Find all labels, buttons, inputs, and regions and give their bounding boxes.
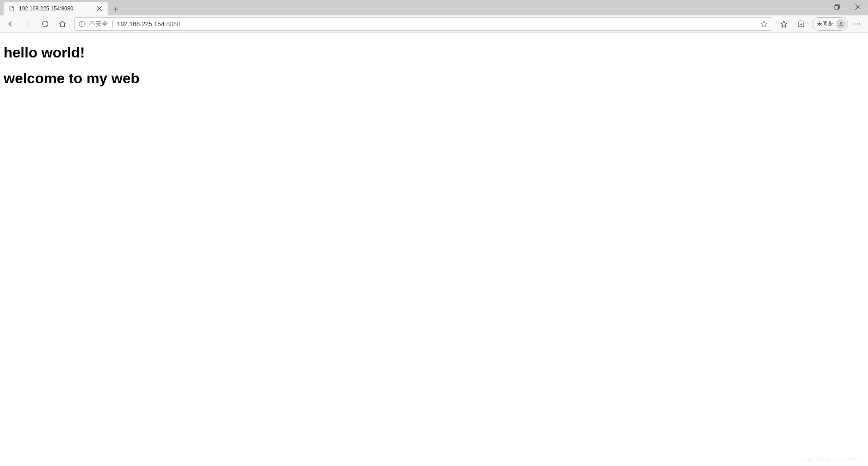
browser-tab[interactable]: 192.168.225.154:8080 [4,2,108,15]
svg-point-22 [857,23,858,24]
avatar-icon [836,19,846,29]
tab-strip: 192.168.225.154:8080 [0,0,868,15]
url-text: 192.168.225.154:8080 [117,20,180,28]
profile-button[interactable]: 未同步 [812,17,848,31]
home-button[interactable] [54,17,71,31]
page-heading-1: hello world! [4,44,864,61]
address-separator: | [112,20,113,28]
window-controls [806,0,868,15]
new-tab-button[interactable] [109,3,122,15]
favorites-list-button[interactable] [776,17,792,31]
tab-close-button[interactable] [96,5,103,12]
collections-button[interactable] [793,17,809,31]
site-info-icon[interactable] [78,20,85,28]
window-maximize-button[interactable] [826,0,847,14]
page-content: hello world! welcome to my web [0,33,868,100]
svg-point-20 [840,22,842,24]
svg-marker-14 [781,21,787,27]
page-icon [8,5,15,12]
address-bar[interactable]: 不安全 | 192.168.225.154:8080 [74,17,772,31]
svg-point-23 [859,23,860,24]
svg-marker-13 [761,21,767,27]
favorite-star-icon[interactable] [760,20,768,28]
profile-sync-label: 未同步 [817,20,833,28]
watermark-text: https://blog.csdn.net/... [801,456,863,462]
back-button[interactable] [3,17,19,31]
window-close-button[interactable] [847,0,868,14]
window-minimize-button[interactable] [806,0,826,14]
svg-point-12 [81,22,82,23]
svg-point-21 [854,23,855,24]
svg-rect-6 [835,5,838,9]
url-host: 192.168.225.154 [117,20,165,28]
security-label: 不安全 [89,20,108,28]
page-heading-2: welcome to my web [4,70,864,87]
forward-button[interactable] [20,17,36,31]
tab-title: 192.168.225.154:8080 [19,5,92,12]
more-menu-button[interactable] [849,17,865,31]
browser-toolbar: 不安全 | 192.168.225.154:8080 未同步 [0,15,868,33]
url-port: :8080 [165,20,180,28]
refresh-button[interactable] [37,17,53,31]
